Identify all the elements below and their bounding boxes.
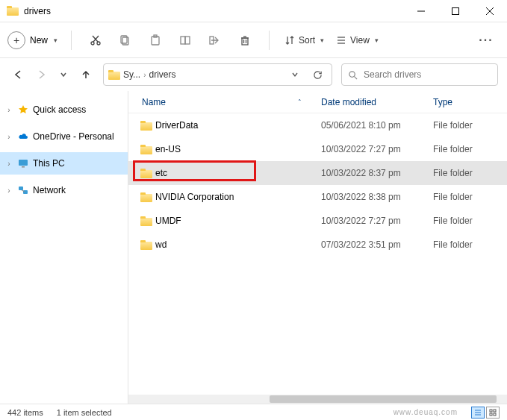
svg-rect-28	[23, 190, 28, 194]
list-icon	[336, 35, 346, 46]
file-type: File folder	[433, 144, 507, 154]
sidebar-item-label: This PC	[33, 158, 65, 169]
address-dropdown-button[interactable]	[285, 71, 305, 78]
refresh-button[interactable]	[308, 70, 327, 80]
svg-rect-36	[494, 413, 496, 416]
column-header-name[interactable]: Name ˄	[142, 97, 321, 107]
star-icon	[16, 104, 30, 115]
sidebar-item-onedrive[interactable]: › OneDrive - Personal	[0, 125, 128, 148]
file-date: 05/06/2021 8:10 pm	[321, 120, 433, 131]
folder-icon	[137, 169, 155, 178]
chevron-down-icon: ▾	[375, 37, 379, 44]
navigation-pane: › Quick access › OneDrive - Personal › T…	[0, 91, 128, 404]
delete-button[interactable]	[231, 27, 258, 54]
svg-rect-13	[185, 37, 190, 44]
chevron-right-icon: ›	[143, 71, 146, 79]
svg-point-23	[349, 71, 355, 76]
file-date: 10/03/2022 7:27 pm	[321, 144, 433, 154]
breadcrumb-segment[interactable]: Sy...	[123, 69, 140, 80]
forward-button[interactable]	[31, 65, 51, 84]
folder-icon	[6, 4, 19, 18]
large-icons-view-button[interactable]	[486, 407, 500, 419]
cut-button[interactable]	[82, 27, 109, 54]
file-row[interactable]: en-US 10/03/2022 7:27 pm File folder	[128, 137, 507, 161]
address-bar[interactable]: Sy... › drivers	[103, 63, 332, 86]
breadcrumb-segment[interactable]: drivers	[149, 69, 175, 80]
details-view-button[interactable]	[471, 407, 485, 419]
back-button[interactable]	[9, 65, 28, 84]
overflow-button[interactable]: ···	[473, 27, 500, 54]
file-name: wd	[155, 239, 321, 250]
cloud-icon	[16, 131, 30, 142]
command-bar: + New ▾	[0, 22, 507, 58]
folder-icon	[108, 70, 120, 80]
separator	[269, 31, 270, 50]
separator	[71, 31, 72, 50]
paste-button[interactable]	[142, 27, 169, 54]
folder-icon	[137, 240, 155, 250]
up-button[interactable]	[76, 65, 96, 84]
svg-line-6	[93, 36, 99, 42]
file-name: etc	[155, 168, 321, 178]
sidebar-item-network[interactable]: › Network	[0, 179, 128, 201]
view-button[interactable]: View ▾	[332, 27, 383, 54]
column-headers: Name ˄ Date modified Type	[128, 91, 507, 113]
search-box[interactable]	[341, 63, 498, 86]
svg-rect-34	[494, 410, 496, 412]
horizontal-scrollbar[interactable]	[128, 395, 507, 404]
file-row[interactable]: DriverData 05/06/2021 8:10 pm File folde…	[128, 113, 507, 137]
column-header-type[interactable]: Type	[433, 97, 507, 107]
sidebar-item-label: Network	[33, 185, 66, 195]
file-row[interactable]: UMDF 10/03/2022 7:27 pm File folder	[128, 209, 507, 233]
sidebar-item-quick-access[interactable]: › Quick access	[0, 98, 128, 121]
svg-line-24	[354, 76, 357, 79]
folder-icon	[137, 216, 155, 226]
chevron-right-icon[interactable]: ›	[4, 160, 13, 168]
file-list[interactable]: DriverData 05/06/2021 8:10 pm File folde…	[128, 113, 507, 395]
network-icon	[16, 185, 30, 195]
chevron-right-icon[interactable]: ›	[4, 133, 13, 141]
svg-rect-33	[490, 410, 492, 412]
sort-button[interactable]: Sort ▾	[280, 27, 329, 54]
status-selection: 1 item selected	[57, 408, 112, 417]
status-bar: 442 items 1 item selected www.deuaq.com	[0, 404, 507, 420]
sort-label: Sort	[299, 35, 315, 46]
svg-point-4	[91, 42, 94, 45]
svg-line-7	[93, 36, 98, 42]
new-button[interactable]: + New ▾	[7, 31, 57, 49]
file-date: 10/03/2022 7:27 pm	[321, 216, 433, 226]
share-button[interactable]	[202, 27, 228, 54]
folder-icon	[137, 121, 155, 131]
navigation-bar: Sy... › drivers	[0, 58, 507, 91]
svg-rect-27	[19, 187, 23, 190]
close-button[interactable]	[473, 0, 507, 22]
svg-rect-10	[152, 37, 159, 45]
new-label: New	[30, 35, 48, 46]
title-bar: drivers	[0, 0, 507, 22]
rename-button[interactable]	[172, 27, 199, 54]
file-type: File folder	[433, 192, 507, 202]
chevron-down-icon: ▾	[320, 37, 324, 44]
file-list-pane: Name ˄ Date modified Type DriverData 05/…	[128, 91, 507, 404]
view-label: View	[350, 35, 370, 46]
chevron-right-icon[interactable]: ›	[4, 187, 13, 195]
chevron-right-icon[interactable]: ›	[4, 106, 13, 114]
file-date: 10/03/2022 8:37 pm	[321, 168, 433, 178]
file-date: 10/03/2022 8:38 pm	[321, 192, 433, 202]
search-icon	[348, 70, 358, 80]
recent-locations-button[interactable]	[54, 65, 73, 84]
watermark: www.deuaq.com	[394, 408, 458, 416]
file-row[interactable]: NVIDIA Corporation 10/03/2022 8:38 pm Fi…	[128, 185, 507, 209]
search-input[interactable]	[362, 69, 491, 81]
minimize-button[interactable]	[404, 0, 438, 22]
column-header-date[interactable]: Date modified	[321, 97, 433, 107]
svg-rect-35	[490, 413, 492, 416]
file-row[interactable]: etc 10/03/2022 8:37 pm File folder	[128, 161, 507, 185]
svg-rect-26	[22, 166, 25, 168]
copy-button[interactable]	[112, 27, 139, 54]
maximize-button[interactable]	[438, 0, 473, 22]
sidebar-item-this-pc[interactable]: › This PC	[0, 152, 128, 175]
svg-point-5	[97, 42, 100, 45]
chevron-down-icon: ▾	[54, 37, 57, 44]
file-row[interactable]: wd 07/03/2022 3:51 pm File folder	[128, 233, 507, 257]
